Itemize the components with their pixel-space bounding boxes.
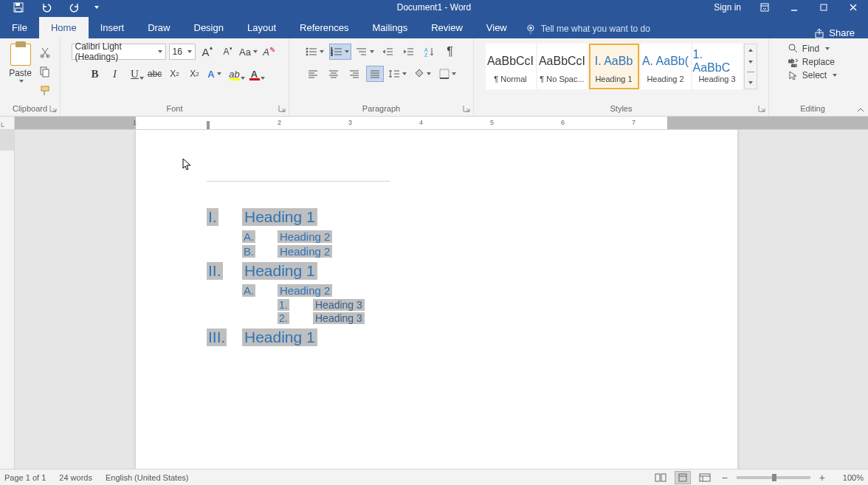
tab-insert[interactable]: Insert xyxy=(89,17,137,38)
style-normal[interactable]: AaBbCcI ¶ Normal xyxy=(486,44,536,89)
outline-item-level1[interactable]: III.Heading 1 xyxy=(207,329,666,346)
status-words[interactable]: 24 words xyxy=(59,473,92,482)
zoom-in-icon[interactable]: + xyxy=(816,472,828,484)
tab-layout[interactable]: Layout xyxy=(235,17,288,38)
tab-view[interactable]: View xyxy=(475,17,519,38)
strikethrough-button[interactable]: abc xyxy=(146,66,164,82)
bold-button[interactable]: B xyxy=(86,66,104,82)
tab-home[interactable]: Home xyxy=(39,17,89,38)
copy-icon[interactable] xyxy=(37,64,53,79)
document-body[interactable]: I.Heading 1A.Heading 2B.Heading 2II.Head… xyxy=(207,208,666,346)
subscript-button[interactable]: X2 xyxy=(166,66,184,82)
tab-selector-icon[interactable]: L xyxy=(0,117,15,130)
borders-icon[interactable] xyxy=(437,66,459,82)
share-button[interactable]: Share xyxy=(814,27,868,38)
paste-button[interactable]: Paste xyxy=(7,41,34,98)
style-gallery-more-icon[interactable] xyxy=(744,44,757,89)
format-painter-icon[interactable] xyxy=(37,83,53,98)
italic-button[interactable]: I xyxy=(106,66,124,82)
outline-item-level2[interactable]: A.Heading 2 xyxy=(207,284,666,297)
horizontal-ruler[interactable]: 1 2 3 4 5 6 7 xyxy=(15,117,868,130)
svg-point-15 xyxy=(306,54,308,55)
tab-draw[interactable]: Draw xyxy=(136,17,182,38)
style-heading-3[interactable]: 1. AaBbC Heading 3 xyxy=(692,44,743,89)
align-left-icon[interactable] xyxy=(304,66,322,82)
svg-rect-12 xyxy=(41,86,49,91)
tab-file[interactable]: File xyxy=(0,17,39,38)
zoom-out-icon[interactable]: − xyxy=(719,472,731,484)
print-layout-icon[interactable] xyxy=(675,471,691,484)
tell-me-search[interactable]: Tell me what you want to do xyxy=(526,19,650,38)
save-icon[interactable] xyxy=(4,0,32,15)
replace-button[interactable]: abac Replace xyxy=(788,57,837,67)
font-dialog-launcher-icon[interactable] xyxy=(278,105,286,112)
cut-icon[interactable] xyxy=(37,45,53,60)
status-language[interactable]: English (United States) xyxy=(106,473,189,482)
align-right-icon[interactable] xyxy=(345,66,363,82)
underline-button[interactable]: U xyxy=(126,66,144,82)
tab-design[interactable]: Design xyxy=(182,17,235,38)
clear-formatting-icon[interactable]: A✎ xyxy=(261,44,278,60)
shading-icon[interactable] xyxy=(412,66,434,82)
outline-text: Heading 1 xyxy=(242,262,317,280)
sort-icon[interactable]: AZ xyxy=(421,44,438,60)
sign-in-link[interactable]: Sign in xyxy=(705,2,750,13)
text-effects-icon[interactable]: A xyxy=(206,66,224,82)
decrease-indent-icon[interactable] xyxy=(379,44,397,60)
svg-point-6 xyxy=(529,27,531,30)
grow-font-icon[interactable]: A▴ xyxy=(199,44,216,60)
justify-icon[interactable] xyxy=(366,66,384,82)
bullets-icon[interactable] xyxy=(304,44,326,60)
svg-rect-2 xyxy=(16,8,21,12)
tab-references[interactable]: References xyxy=(288,17,360,38)
maximize-icon[interactable] xyxy=(809,0,838,15)
status-page[interactable]: Page 1 of 1 xyxy=(4,473,46,482)
style-no-spacing[interactable]: AaBbCcI ¶ No Spac... xyxy=(537,44,588,89)
collapse-ribbon-icon[interactable] xyxy=(856,106,865,114)
undo-icon[interactable] xyxy=(32,0,61,15)
outline-item-level3[interactable]: 1.Heading 3 xyxy=(207,299,666,311)
ribbon-tabs: File Home Insert Draw Design Layout Refe… xyxy=(0,15,868,38)
align-center-icon[interactable] xyxy=(325,66,342,82)
shrink-font-icon[interactable]: A▾ xyxy=(219,44,237,60)
font-color-icon[interactable]: A xyxy=(246,66,264,82)
close-icon[interactable] xyxy=(838,0,868,15)
redo-icon[interactable] xyxy=(61,0,89,15)
tab-review[interactable]: Review xyxy=(419,17,475,38)
numbering-icon[interactable]: 123 xyxy=(329,44,351,60)
share-label: Share xyxy=(829,27,855,38)
outline-item-level2[interactable]: B.Heading 2 xyxy=(207,245,666,258)
highlight-color-icon[interactable]: ab xyxy=(226,66,244,82)
outline-item-level2[interactable]: A.Heading 2 xyxy=(207,230,666,243)
title-bar: Document1 - Word Sign in xyxy=(0,0,868,15)
document-scroll[interactable]: I.Heading 1A.Heading 2B.Heading 2II.Head… xyxy=(15,130,868,469)
outline-item-level3[interactable]: 2.Heading 3 xyxy=(207,312,666,324)
style-heading-1[interactable]: I. AaBb Heading 1 xyxy=(589,44,639,89)
web-layout-icon[interactable] xyxy=(697,471,713,484)
outline-item-level1[interactable]: II.Heading 1 xyxy=(207,262,666,280)
outline-item-level1[interactable]: I.Heading 1 xyxy=(207,208,666,226)
zoom-level[interactable]: 100% xyxy=(834,473,864,482)
font-name-combo[interactable]: Calibri Light (Headings) xyxy=(72,44,166,60)
increase-indent-icon[interactable] xyxy=(400,44,418,60)
style-heading-2[interactable]: A. AaBb( Heading 2 xyxy=(641,44,691,89)
find-button[interactable]: Find xyxy=(788,44,837,54)
superscript-button[interactable]: X2 xyxy=(186,66,204,82)
minimize-icon[interactable] xyxy=(779,0,809,15)
change-case-icon[interactable]: Aa xyxy=(240,44,258,60)
read-mode-icon[interactable] xyxy=(652,471,669,484)
page-header-area[interactable] xyxy=(207,152,390,182)
select-button[interactable]: Select xyxy=(788,70,837,80)
zoom-slider[interactable] xyxy=(737,476,810,479)
qat-customize-icon[interactable] xyxy=(89,0,102,15)
vertical-ruler[interactable] xyxy=(0,130,15,469)
ribbon-display-options-icon[interactable] xyxy=(750,0,779,15)
font-size-combo[interactable]: 16 xyxy=(169,44,196,60)
clipboard-dialog-launcher-icon[interactable] xyxy=(49,105,57,112)
paragraph-dialog-launcher-icon[interactable] xyxy=(463,105,470,112)
tab-mailings[interactable]: Mailings xyxy=(361,17,420,38)
line-spacing-icon[interactable] xyxy=(387,66,409,82)
multilevel-list-icon[interactable] xyxy=(354,44,376,60)
show-hide-icon[interactable]: ¶ xyxy=(441,44,459,60)
styles-dialog-launcher-icon[interactable] xyxy=(758,105,765,112)
